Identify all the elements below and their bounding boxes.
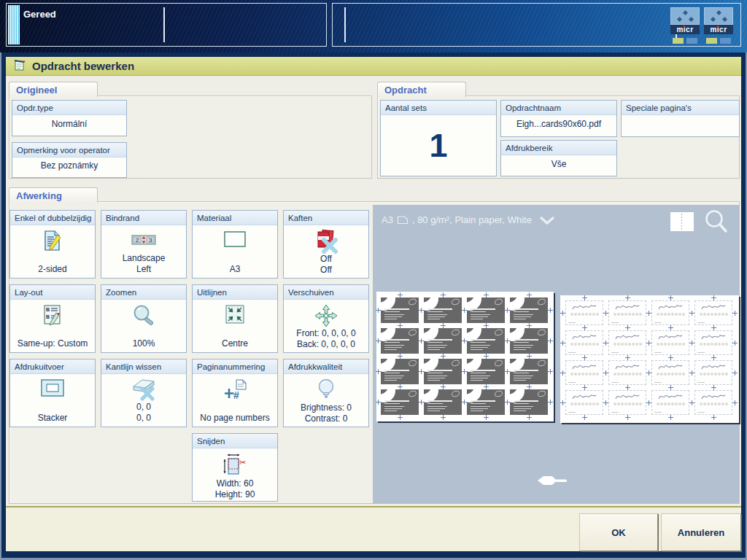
lightbulb-icon (316, 378, 336, 402)
business-card-front (424, 359, 462, 384)
print-range-button[interactable]: Afdrukbereik Vše (500, 140, 617, 176)
crop-mark-icon (711, 355, 716, 360)
crop-mark-icon (398, 384, 403, 389)
crop-mark-icon (625, 415, 630, 420)
tile-margin-erase[interactable]: Kantlijn wissen0, 00, 0 (101, 359, 187, 427)
tile-value: No page numbers (200, 413, 269, 424)
crop-mark-icon (505, 338, 510, 343)
crop-mark-icon (668, 355, 673, 360)
job-name-label: Opdrachtnaam (501, 101, 616, 115)
operator-note-label: Opmerking voor operator (12, 143, 126, 158)
tile-align[interactable]: UitlijnenCentre (192, 284, 278, 353)
align-centre-icon (224, 303, 246, 325)
chevron-down-icon (538, 216, 556, 225)
crop-mark-icon (646, 400, 651, 405)
tile-label: Afdrukkwaliteit (284, 359, 368, 374)
tile-sides[interactable]: Enkel of dubbelzijdig2-sided (9, 210, 96, 279)
crop-mark-icon (419, 400, 424, 405)
operator-note-button[interactable]: Opmerking voor operator Bez poznámky (12, 142, 127, 178)
crop-mark-icon (376, 400, 381, 405)
tile-label: Verschuiven (284, 285, 368, 300)
job-type-button[interactable]: Opdr.type Normální (12, 100, 127, 136)
job-name-value: Eigh...cards90x60.pdf (516, 119, 601, 130)
layout-icon: BB (41, 303, 64, 327)
signature-squiggle-icon (566, 302, 603, 311)
tile-trim[interactable]: Snijden✂Width: 60Height: 90 (192, 433, 278, 502)
business-card-back (694, 330, 732, 355)
business-card-back (608, 300, 646, 325)
covers-off-icon (313, 229, 339, 254)
media-size: A3 (382, 214, 393, 225)
tile-binding[interactable]: Bindrand23LandscapeLeft (101, 210, 187, 279)
crop-mark-icon (668, 295, 673, 300)
tile-value: OffOff (320, 254, 332, 276)
tab-origineel[interactable]: Origineel (9, 82, 98, 97)
crop-mark-icon (646, 311, 651, 316)
business-card-front (510, 389, 548, 415)
spread-view-icon[interactable] (670, 212, 694, 231)
crop-mark-icon (625, 295, 630, 300)
tile-page-numbering[interactable]: Paginanummering#No page numbers (192, 359, 278, 427)
tile-value: Centre (222, 338, 248, 349)
crop-mark-icon (582, 415, 587, 420)
crop-mark-icon (625, 385, 630, 390)
svg-text:B: B (46, 307, 50, 312)
crop-mark-icon (560, 400, 565, 405)
signature-squiggle-icon (609, 302, 646, 311)
cancel-button[interactable]: Annuleren (661, 513, 741, 551)
ok-button[interactable]: OK (579, 513, 658, 551)
crop-mark-icon (582, 325, 587, 330)
business-card-front (424, 389, 462, 415)
tile-label: Enkel of dubbelzijdig (10, 211, 95, 225)
tile-layout[interactable]: Lay-outBBSame-up: Custom (9, 284, 96, 353)
tile-value: 2-sided (38, 264, 66, 275)
crop-mark-icon (603, 341, 608, 346)
crop-mark-icon (711, 295, 716, 300)
business-card-back (565, 360, 603, 385)
set-count-label: Aantal sets (381, 101, 496, 115)
micr-toner-icon: micr (704, 7, 733, 44)
sheet-front-thumbnail[interactable] (376, 292, 554, 421)
micr-status-group: micr micr (670, 7, 733, 44)
crop-mark-icon (548, 338, 553, 343)
special-pages-button[interactable]: Speciale pagina's (621, 100, 740, 137)
media-selector[interactable]: A3 , 80 g/m², Plain paper, White (382, 214, 556, 225)
crop-mark-icon (527, 323, 532, 328)
print-range-label: Afdrukbereik (501, 141, 616, 155)
signature-squiggle-icon (566, 332, 603, 341)
business-card-front (381, 298, 419, 323)
signature-squiggle-icon (609, 332, 646, 341)
crop-mark-icon (668, 385, 673, 390)
svg-text:3: 3 (149, 237, 152, 244)
sheet-back-thumbnail[interactable] (560, 295, 739, 423)
tile-value: 0, 00, 0 (136, 402, 151, 424)
eraser-icon (130, 378, 158, 401)
tile-quality[interactable]: AfdrukkwaliteitBrightness: 0Contrast: 0 (283, 359, 369, 427)
tile-material[interactable]: MateriaalA3 (192, 210, 278, 279)
job-name-button[interactable]: Opdrachtnaam Eigh...cards90x60.pdf (500, 100, 617, 137)
crop-mark-icon (398, 354, 403, 359)
page-numbers-icon: # (222, 378, 247, 401)
crop-mark-icon (625, 355, 630, 360)
set-count-button[interactable]: Aantal sets 1 (380, 100, 497, 176)
tile-covers[interactable]: KaftenOffOff (283, 210, 369, 279)
crop-mark-icon (462, 308, 467, 313)
tab-opdracht[interactable]: Opdracht (377, 82, 466, 97)
tab-afwerking[interactable]: Afwerking (9, 187, 98, 203)
tile-shift[interactable]: VerschuivenFront: 0, 0, 0, 0Back: 0, 0, … (283, 284, 369, 353)
tile-zoom[interactable]: Zoomen100% (101, 284, 187, 353)
signature-squiggle-icon (652, 392, 689, 401)
signature-squiggle-icon (566, 362, 603, 371)
crop-mark-icon (689, 370, 694, 376)
operator-note-value: Bez poznámky (41, 160, 98, 171)
tile-output[interactable]: AfdrukuitvoerStacker (9, 359, 96, 427)
connector-icon (535, 475, 568, 486)
business-card-front (381, 389, 419, 415)
crop-mark-icon (548, 308, 553, 313)
crop-mark-icon (376, 369, 381, 374)
preview-magnifier-icon[interactable] (703, 208, 729, 236)
crop-mark-icon (527, 354, 532, 359)
activity-stripes-icon (8, 5, 20, 44)
crop-mark-icon (462, 338, 467, 343)
business-card-back (565, 300, 603, 325)
